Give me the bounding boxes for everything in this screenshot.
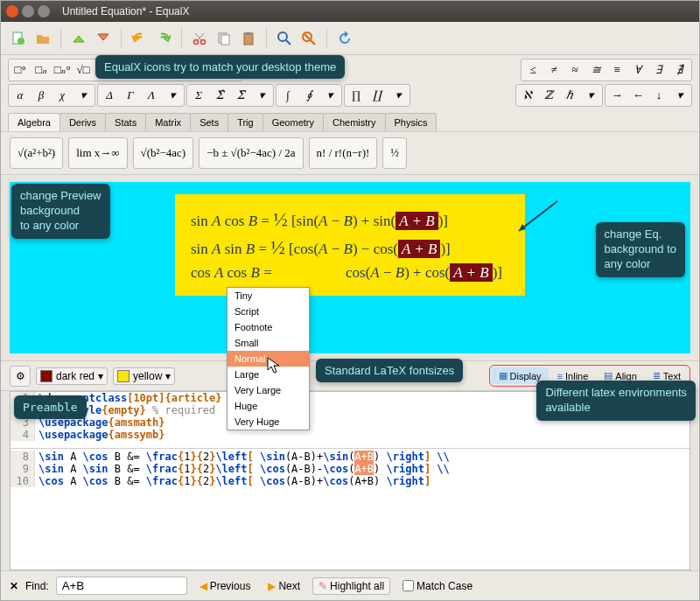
find-next-button[interactable]: ▶Next <box>262 578 305 594</box>
symbol-button[interactable]: ▾ <box>252 87 271 104</box>
template-button[interactable]: √(b²−4ac) <box>133 137 194 169</box>
tab-chemistry[interactable]: Chemistry <box>323 113 386 131</box>
copy-button[interactable] <box>214 28 234 49</box>
symbol-button[interactable]: √□ <box>74 61 93 79</box>
highlight-all-button[interactable]: ✎Highlight all <box>312 577 390 595</box>
symbol-button[interactable]: ⁿ√ <box>94 61 114 79</box>
symbol-button[interactable]: ▾ <box>320 87 340 104</box>
tab-matrix[interactable]: Matrix <box>145 113 191 131</box>
symbol-button[interactable]: Σ̂ <box>210 87 229 104</box>
symbol-button[interactable]: ∐ <box>368 87 387 104</box>
tab-geometry[interactable]: Geometry <box>262 113 324 131</box>
symbol-button[interactable]: Σ <box>189 87 208 104</box>
template-button[interactable]: −b ± √(b²−4ac) / 2a <box>199 137 303 169</box>
fontsize-option[interactable]: Footnote <box>228 319 309 335</box>
symbol-button[interactable]: ∏ <box>346 87 366 104</box>
symbol-button[interactable]: ▾ <box>388 87 408 104</box>
save-button[interactable] <box>68 28 89 49</box>
env-display-button[interactable]: ▦Display <box>492 367 549 384</box>
symbol-button[interactable]: ↓ <box>649 87 668 104</box>
fontsize-option[interactable]: Large <box>228 367 309 382</box>
symbol-button[interactable]: □ₙ° <box>52 61 72 79</box>
find-input[interactable] <box>56 577 187 595</box>
symbol-button[interactable]: ≈ <box>565 61 584 79</box>
code-editor[interactable]: Preamble 1\documentclass[10pt]{article} … <box>10 391 690 570</box>
symbol-button[interactable]: χ <box>52 87 72 104</box>
cut-button[interactable] <box>189 28 210 49</box>
template-button[interactable]: n! / r!(n−r)! <box>309 137 378 169</box>
symbol-button[interactable]: ∃ <box>649 61 668 79</box>
symbol-button[interactable]: α <box>10 87 30 104</box>
symbol-button[interactable]: ℤ <box>539 87 558 104</box>
redo-button[interactable] <box>153 28 174 49</box>
export-button[interactable] <box>93 28 114 49</box>
symbol-button[interactable]: ∕ <box>116 61 135 79</box>
preamble-button[interactable]: ⚙ <box>10 366 31 387</box>
tab-trig[interactable]: Trig <box>228 113 263 131</box>
symbol-button[interactable]: ∫ <box>278 87 298 104</box>
symbol-button[interactable]: □ₙ <box>32 61 51 79</box>
window-title: Untitled Equation* - EqualX <box>62 5 189 17</box>
tab-sets[interactable]: Sets <box>190 113 228 131</box>
window-close-icon[interactable] <box>6 5 18 17</box>
window-minimize-icon[interactable] <box>22 5 34 17</box>
zoom-reset-button[interactable] <box>298 28 319 49</box>
env-text-button[interactable]: ≣Text <box>646 367 688 384</box>
fontsize-option[interactable]: Very Large <box>228 382 309 398</box>
symbol-button[interactable]: × <box>178 61 198 79</box>
symbol-button[interactable]: ℏ <box>560 87 579 104</box>
env-align-button[interactable]: ▤Align <box>597 367 643 384</box>
zoom-in-button[interactable] <box>274 28 295 49</box>
symbol-button[interactable]: ≅ <box>586 61 606 79</box>
symbol-button[interactable]: Γ <box>121 87 140 104</box>
symbol-button[interactable]: ▾ <box>74 87 93 104</box>
tab-algebra[interactable]: Algebra <box>8 113 60 131</box>
symbol-button[interactable]: · <box>158 61 177 79</box>
template-button[interactable]: ½ <box>382 137 407 169</box>
symbol-button[interactable]: ▾ <box>163 87 182 104</box>
tab-derivs[interactable]: Derivs <box>60 113 106 131</box>
symbol-button[interactable]: ± <box>200 61 219 79</box>
symbol-button[interactable]: β <box>32 87 51 104</box>
env-inline-button[interactable]: ≡Inline <box>550 367 596 384</box>
symbol-button[interactable]: ∄ <box>670 61 690 79</box>
symbol-button[interactable]: ℵ <box>518 87 537 104</box>
tab-physics[interactable]: Physics <box>385 113 438 131</box>
close-icon[interactable]: ✕ <box>10 580 18 592</box>
template-button[interactable]: √(a²+b²) <box>10 137 63 169</box>
fontsize-option[interactable]: Normal <box>228 351 309 367</box>
symbol-button[interactable]: □° <box>10 61 30 79</box>
symbol-button[interactable]: ▾ <box>581 87 600 104</box>
symbol-button[interactable]: ≠ <box>544 61 564 79</box>
symbol-button[interactable]: Σ̃ <box>231 87 250 104</box>
symbol-button[interactable]: → <box>607 87 626 104</box>
find-previous-button[interactable]: ◀Previous <box>194 578 256 594</box>
refresh-button[interactable] <box>334 28 355 49</box>
symbol-button[interactable]: ∀ <box>628 61 648 79</box>
symbol-button[interactable]: Δ <box>100 87 119 104</box>
open-button[interactable] <box>32 28 53 49</box>
symbol-button[interactable]: ≡ <box>607 61 626 79</box>
match-case-checkbox[interactable]: Match Case <box>397 578 478 594</box>
tab-stats[interactable]: Stats <box>105 113 146 131</box>
fontsize-option[interactable]: Tiny <box>228 288 309 304</box>
fontsize-option[interactable]: Script <box>228 304 309 319</box>
window-maximize-icon[interactable] <box>38 5 50 17</box>
undo-button[interactable] <box>129 28 150 49</box>
symbol-button[interactable]: Λ <box>142 87 161 104</box>
chevron-down-icon: ▾ <box>165 370 171 382</box>
symbol-button[interactable]: ▾ <box>670 87 690 104</box>
fontsize-option[interactable]: Very Huge <box>228 414 309 430</box>
paste-button[interactable] <box>238 28 259 49</box>
symbol-button[interactable]: ∓ <box>220 61 240 79</box>
symbol-button[interactable]: ≤ <box>523 61 542 79</box>
fontsize-option[interactable]: Small <box>228 335 309 351</box>
symbol-button[interactable]: ∮ <box>299 87 318 104</box>
fontsize-option[interactable]: Huge <box>228 398 309 414</box>
symbol-button[interactable]: ← <box>628 87 648 104</box>
bg-color-picker[interactable]: yellow ▾ <box>113 367 175 385</box>
fg-color-picker[interactable]: dark red ▾ <box>36 367 108 385</box>
symbol-button[interactable]: ÷ <box>136 61 156 79</box>
template-button[interactable]: lim x→∞ <box>68 137 127 169</box>
new-button[interactable] <box>8 28 29 49</box>
